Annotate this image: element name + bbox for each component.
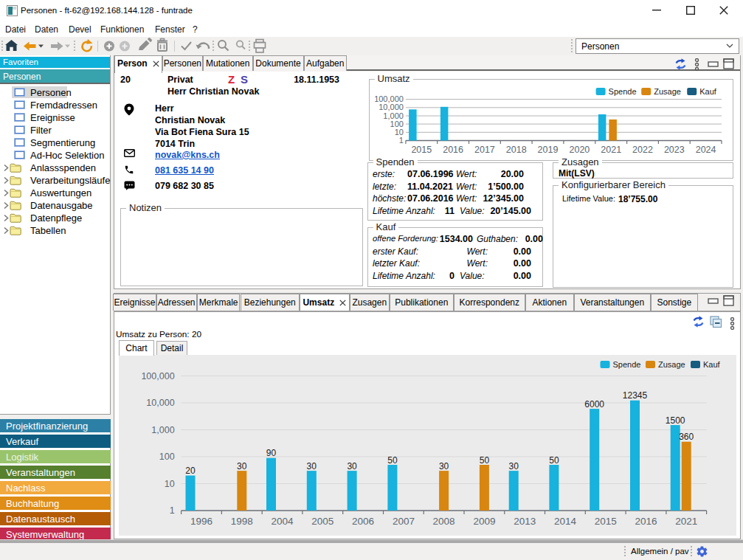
svg-text:2014: 2014 — [554, 516, 577, 527]
svg-text:50: 50 — [480, 455, 490, 466]
svg-text:6000: 6000 — [584, 399, 604, 409]
svg-text:12345: 12345 — [623, 390, 648, 401]
svg-text:2021: 2021 — [675, 516, 697, 527]
svg-text:Zusage: Zusage — [654, 87, 681, 96]
svg-text:30: 30 — [439, 461, 449, 471]
svg-text:Zusage: Zusage — [658, 360, 685, 369]
svg-text:Kauf: Kauf — [699, 87, 717, 96]
svg-text:2018: 2018 — [505, 145, 526, 155]
svg-text:2007: 2007 — [393, 516, 415, 527]
svg-text:2017: 2017 — [474, 145, 494, 155]
svg-text:100,000: 100,000 — [141, 371, 174, 381]
svg-text:2020: 2020 — [569, 145, 590, 155]
svg-text:2006: 2006 — [352, 516, 374, 527]
svg-text:100: 100 — [390, 120, 403, 128]
svg-text:50: 50 — [387, 455, 398, 466]
svg-text:50: 50 — [549, 455, 559, 466]
svg-text:2019: 2019 — [537, 145, 558, 155]
svg-text:30: 30 — [347, 461, 357, 471]
svg-text:10: 10 — [394, 128, 403, 136]
svg-text:2004: 2004 — [271, 516, 294, 527]
svg-text:30: 30 — [237, 461, 247, 471]
svg-text:2024: 2024 — [695, 145, 716, 155]
svg-text:10,000: 10,000 — [146, 398, 174, 408]
svg-text:1,000: 1,000 — [383, 111, 404, 120]
svg-text:30: 30 — [509, 461, 519, 471]
svg-text:2015: 2015 — [595, 516, 617, 527]
svg-text:2023: 2023 — [663, 145, 684, 155]
svg-text:Spende: Spende — [613, 360, 641, 369]
svg-text:1,000: 1,000 — [151, 425, 174, 435]
svg-text:100: 100 — [159, 452, 175, 462]
svg-text:20: 20 — [185, 466, 196, 476]
svg-text:2015: 2015 — [411, 145, 432, 155]
svg-text:1998: 1998 — [231, 516, 253, 527]
svg-text:2009: 2009 — [473, 516, 495, 527]
svg-text:2005: 2005 — [311, 516, 334, 527]
svg-text:Kauf: Kauf — [703, 360, 721, 369]
svg-text:1: 1 — [170, 505, 175, 516]
svg-text:2013: 2013 — [514, 516, 536, 527]
svg-text:100,000: 100,000 — [374, 94, 404, 103]
svg-text:1: 1 — [398, 136, 403, 145]
svg-text:2016: 2016 — [443, 145, 463, 155]
svg-text:2021: 2021 — [601, 145, 621, 155]
svg-text:1996: 1996 — [190, 516, 212, 527]
svg-text:10,000: 10,000 — [379, 103, 404, 111]
svg-text:30: 30 — [307, 461, 317, 471]
svg-text:2022: 2022 — [632, 145, 653, 155]
svg-text:90: 90 — [266, 448, 277, 458]
svg-text:2008: 2008 — [433, 516, 455, 527]
svg-text:Spende: Spende — [608, 87, 636, 96]
svg-text:2016: 2016 — [635, 516, 657, 527]
svg-text:10: 10 — [165, 479, 175, 489]
svg-text:360: 360 — [679, 432, 694, 442]
svg-text:1500: 1500 — [666, 415, 685, 426]
